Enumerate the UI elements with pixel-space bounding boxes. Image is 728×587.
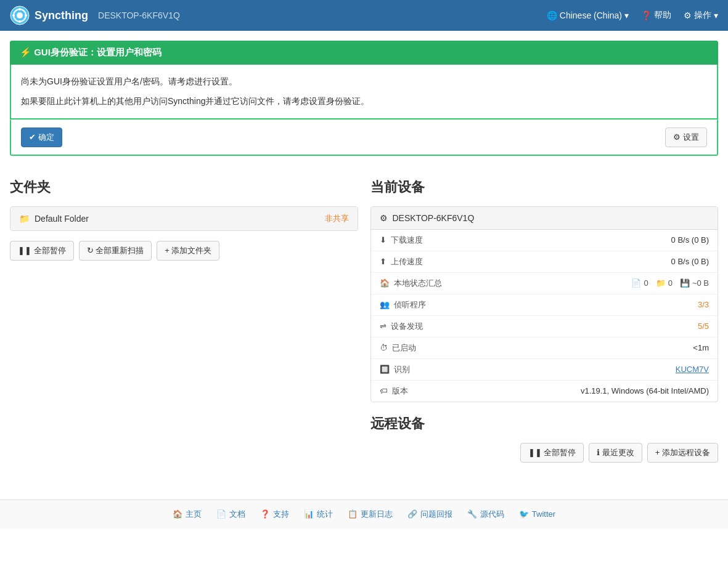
footer-link-docs[interactable]: 📄 文档 xyxy=(216,509,245,520)
remote-btn-row: ❚❚ 全部暂停 ℹ 最近更改 + 添加远程设备 xyxy=(370,443,719,463)
docs-icon: 📄 xyxy=(216,509,226,519)
folder-name: Default Folder xyxy=(35,214,89,224)
uptime-label: 已启动 xyxy=(392,342,416,354)
folder-card-header: 📁 Default Folder 非共享 xyxy=(10,207,358,230)
file-icon: 📄 xyxy=(631,278,641,288)
pause-all-remote-button[interactable]: ❚❚ 全部暂停 xyxy=(520,443,584,463)
add-remote-device-button[interactable]: + 添加远程设备 xyxy=(647,443,718,463)
device-icon: ⚙ xyxy=(380,213,388,223)
version-label: 版本 xyxy=(392,386,408,397)
current-device-card: ⚙ DESKTOP-6KF6V1Q ⬇ 下载速度 0 B/s (0 B) ⬆ 上… xyxy=(370,206,719,402)
globe-icon: 🌐 xyxy=(547,10,557,20)
folder-card-title: 📁 Default Folder xyxy=(19,214,89,224)
svg-point-4 xyxy=(25,14,27,17)
rescan-all-button[interactable]: ↻ 全部重新扫描 xyxy=(79,241,152,261)
footer-link-source[interactable]: 🔧 源代码 xyxy=(467,509,504,520)
device-row-version: 🏷 版本 v1.19.1, Windows (64-bit Intel/AMD) xyxy=(371,381,718,402)
upload-icon: ⬆ xyxy=(380,257,386,266)
home-icon: 🏠 xyxy=(380,278,390,288)
stats-icon: 📊 xyxy=(304,509,314,519)
version-value: v1.19.1, Windows (64-bit Intel/AMD) xyxy=(581,386,709,395)
footer-changelog-label: 更新日志 xyxy=(361,509,393,520)
settings-button[interactable]: ⚙ 设置 xyxy=(665,128,707,147)
pause-all-folders-button[interactable]: ❚❚ 全部暂停 xyxy=(10,241,74,261)
download-label: 下载速度 xyxy=(391,235,423,246)
current-device-header: ⚙ DESKTOP-6KF6V1Q xyxy=(371,207,718,230)
folder-icon: 📁 xyxy=(19,214,30,224)
navbar-right: 🌐 Chinese (China) ▾ ❓ 帮助 ⚙ 操作 ▾ xyxy=(547,10,718,21)
help-link[interactable]: ❓ 帮助 xyxy=(641,10,671,21)
discovery-value: 5/5 xyxy=(698,322,709,331)
chevron-down-icon: ▾ xyxy=(624,10,629,20)
add-folder-button[interactable]: + 添加文件夹 xyxy=(157,241,219,261)
home-footer-icon: 🏠 xyxy=(173,509,182,519)
brand-link[interactable]: Syncthing xyxy=(10,6,88,25)
folder-count-icon: 📁 xyxy=(656,278,666,288)
device-row-upload: ⬆ 上传速度 0 B/s (0 B) xyxy=(371,251,718,273)
issue-icon: 🔗 xyxy=(407,509,417,519)
main-content: 文件夹 📁 Default Folder 非共享 ❚❚ 全部暂停 ↻ 全部重新扫… xyxy=(0,166,728,475)
device-row-discovery: ⇌ 设备发现 5/5 xyxy=(371,316,718,338)
changelog-icon: 📋 xyxy=(348,509,358,519)
actions-link[interactable]: ⚙ 操作 ▾ xyxy=(684,10,718,21)
footer-link-support[interactable]: ❓ 支持 xyxy=(260,509,289,520)
remote-devices-title: 远程设备 xyxy=(370,415,719,433)
language-selector[interactable]: 🌐 Chinese (China) ▾ xyxy=(547,10,629,20)
actions-label: 操作 xyxy=(694,10,711,21)
footer-issue-label: 问题回报 xyxy=(420,509,452,520)
device-row-listeners: 👥 侦听程序 3/3 xyxy=(371,294,718,316)
local-state-value: 📄 0 📁 0 💾 ~0 B xyxy=(631,278,709,288)
local-files: 0 xyxy=(644,278,648,288)
local-folders: 0 xyxy=(668,278,673,288)
alert-header: ⚡ GUI身份验证：设置用户和密码 xyxy=(10,41,718,65)
device-row-local-state: 🏠 本地状态汇总 📄 0 📁 0 💾 xyxy=(371,273,718,294)
recent-changes-button[interactable]: ℹ 最近更改 xyxy=(589,443,642,463)
folder-card-default: 📁 Default Folder 非共享 xyxy=(10,206,358,231)
footer-link-changelog[interactable]: 📋 更新日志 xyxy=(348,509,393,520)
footer-link-twitter[interactable]: 🐦 Twitter xyxy=(519,509,555,519)
footer-home-label: 主页 xyxy=(186,509,202,520)
listener-value: 3/3 xyxy=(698,300,709,309)
help-icon: ❓ xyxy=(641,10,652,20)
uptime-value: <1m xyxy=(693,343,709,352)
folders-section-title: 文件夹 xyxy=(10,178,358,196)
footer-link-issue[interactable]: 🔗 问题回报 xyxy=(407,509,452,520)
alert-line2: 如果要阻止此计算机上的其他用户访问Syncthing并通过它访问文件，请考虑设置… xyxy=(21,94,707,108)
navbar-device-name: DESKTOP-6KF6V1Q xyxy=(98,10,180,20)
discovery-icon: ⇌ xyxy=(380,322,386,331)
source-icon: 🔧 xyxy=(467,509,477,519)
twitter-icon: 🐦 xyxy=(519,509,529,519)
current-device-body: ⬇ 下载速度 0 B/s (0 B) ⬆ 上传速度 0 B/s (0 B) xyxy=(371,230,718,402)
brand-name: Syncthing xyxy=(35,9,88,22)
local-storage: ~0 B xyxy=(692,278,709,288)
footer-source-label: 源代码 xyxy=(480,509,504,520)
download-icon: ⬇ xyxy=(380,235,386,245)
chevron-down-icon2: ▾ xyxy=(714,10,718,20)
discovery-label: 设备发现 xyxy=(391,321,423,332)
footer-link-stats[interactable]: 📊 统计 xyxy=(304,509,333,520)
svg-point-5 xyxy=(18,20,21,23)
confirm-button[interactable]: ✔ 确定 xyxy=(21,128,62,147)
id-icon: 🔲 xyxy=(380,365,390,374)
language-label: Chinese (China) xyxy=(560,10,622,20)
alert-line1: 尚未为GUI身份验证设置用户名/密码。请考虑进行设置。 xyxy=(21,75,707,88)
device-row-download: ⬇ 下载速度 0 B/s (0 B) xyxy=(371,230,718,251)
version-icon: 🏷 xyxy=(380,386,388,395)
footer-link-home[interactable]: 🏠 主页 xyxy=(173,509,202,520)
disk-icon: 💾 xyxy=(680,278,690,288)
alert-body: 尚未为GUI身份验证设置用户名/密码。请考虑进行设置。 如果要阻止此计算机上的其… xyxy=(10,65,718,119)
footer-support-label: 支持 xyxy=(273,509,289,520)
svg-point-3 xyxy=(18,8,21,10)
device-row-id: 🔲 识别 KUCM7V xyxy=(371,359,718,381)
brand-logo xyxy=(10,6,30,25)
gear-icon: ⚙ xyxy=(684,10,692,20)
clock-icon: ⏱ xyxy=(380,343,388,352)
id-value[interactable]: KUCM7V xyxy=(676,365,709,374)
footer-docs-label: 文档 xyxy=(229,509,245,520)
folder-status: 非共享 xyxy=(325,213,349,224)
current-device-name: DESKTOP-6KF6V1Q xyxy=(393,213,475,223)
current-device-title: 当前设备 xyxy=(370,178,719,196)
help-label: 帮助 xyxy=(654,10,671,21)
local-state-label: 本地状态汇总 xyxy=(394,278,442,289)
folder-btn-row: ❚❚ 全部暂停 ↻ 全部重新扫描 + 添加文件夹 xyxy=(10,241,358,261)
